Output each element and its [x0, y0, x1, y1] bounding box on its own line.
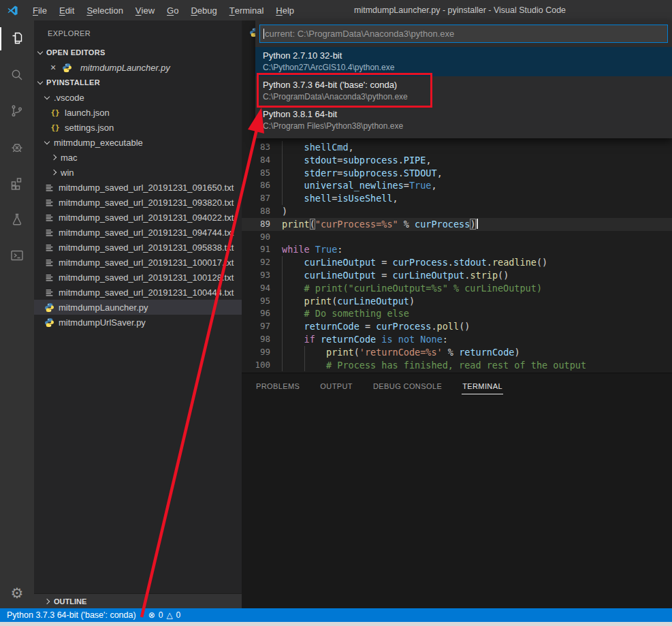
- code-line-87[interactable]: 87 shell=isUseShell,: [242, 192, 672, 205]
- line-number: 86: [242, 179, 270, 192]
- tree-item-mitmdumpurlsaver-py[interactable]: mitmdumpUrlSaver.py: [34, 315, 242, 330]
- sidebar-title: EXPLORER: [34, 20, 242, 45]
- menu-terminal[interactable]: Terminal: [223, 0, 270, 20]
- line-number: 94: [242, 282, 270, 295]
- menu-view[interactable]: View: [129, 0, 161, 20]
- tree-item-label: win: [61, 168, 74, 178]
- menu-go[interactable]: Go: [161, 0, 185, 20]
- tree-item-mitmdump-executable[interactable]: mitmdump_executable: [34, 135, 242, 150]
- tree-item-mitmdump-saved-url-20191231-100444-txt[interactable]: mitmdump_saved_url_20191231_100444.txt: [34, 285, 242, 300]
- tree-item-mitmdump-saved-url-20191231-100128-txt[interactable]: mitmdump_saved_url_20191231_100128.txt: [34, 270, 242, 285]
- tree-item-label: mitmdump_saved_url_20191231_100128.txt: [59, 272, 234, 283]
- txt-file-icon: [44, 213, 54, 222]
- project-section-header[interactable]: PYINSTALLER: [34, 75, 242, 90]
- quick-pick-item[interactable]: Python 3.8.1 64-bitC:\Program Files\Pyth…: [255, 106, 672, 135]
- code-line-86[interactable]: 86 universal_newlines=True,: [242, 179, 672, 192]
- line-number: 97: [242, 320, 270, 333]
- tree-item-mitmdump-saved-url-20191231-100017-txt[interactable]: mitmdump_saved_url_20191231_100017.txt: [34, 255, 242, 270]
- menu-help[interactable]: Help: [270, 0, 300, 20]
- tree-item-mac[interactable]: mac: [34, 150, 242, 165]
- explorer-icon[interactable]: [0, 25, 34, 53]
- panel-tab-problems[interactable]: PROBLEMS: [255, 373, 300, 394]
- panel-tab-terminal[interactable]: TERMINAL: [462, 373, 503, 394]
- tree-item-mitmdump-saved-url-20191231-093820-txt[interactable]: mitmdump_saved_url_20191231_093820.txt: [34, 195, 242, 210]
- tree-item-label: mitmdump_saved_url_20191231_093820.txt: [59, 198, 234, 208]
- indent-guide: [282, 269, 283, 282]
- outline-section-header[interactable]: OUTLINE: [34, 593, 242, 608]
- code-line-97[interactable]: 97 returnCode = curProcess.poll(): [242, 320, 672, 333]
- code-line-91[interactable]: 91while True:: [242, 243, 672, 256]
- code-line-84[interactable]: 84 stdout=subprocess.PIPE,: [242, 154, 672, 167]
- line-number: 83: [242, 141, 270, 154]
- menu-debug[interactable]: Debug: [185, 0, 223, 20]
- code-text: curLineOutput = curLineOutput.strip(): [282, 269, 672, 282]
- tree-item--vscode[interactable]: .vscode: [34, 90, 242, 105]
- chevron-down-icon: [44, 138, 50, 144]
- code-line-83[interactable]: 83 shellCmd,: [242, 141, 672, 154]
- text-caret: [263, 29, 264, 39]
- search-icon[interactable]: [0, 61, 34, 89]
- menu-edit[interactable]: Edit: [53, 0, 80, 20]
- tree-item-mitmdump-saved-url-20191231-095838-txt[interactable]: mitmdump_saved_url_20191231_095838.txt: [34, 240, 242, 255]
- line-number: 93: [242, 269, 270, 282]
- powershell-terminal-icon[interactable]: [0, 241, 34, 270]
- code-line-99[interactable]: 99 print('returnCode=%s' % returnCode): [242, 346, 672, 359]
- code-line-89[interactable]: 89print("curProcess=%s" % curProcess): [242, 218, 672, 231]
- indent-guide: [282, 359, 283, 372]
- open-editors-header[interactable]: OPEN EDITORS: [34, 45, 242, 60]
- tree-item-mitmdump-saved-url-20191231-094022-txt[interactable]: mitmdump_saved_url_20191231_094022.txt: [34, 210, 242, 225]
- interpreter-label: Python 3.8.1 64-bit: [263, 108, 672, 121]
- tree-item-launch-json[interactable]: {}launch.json: [34, 105, 242, 120]
- title-bar: FileEditSelectionViewGoDebugTerminalHelp…: [0, 0, 672, 20]
- menu-file[interactable]: File: [27, 0, 53, 20]
- close-icon[interactable]: ×: [49, 63, 57, 72]
- tree-item-label: mac: [61, 153, 78, 163]
- code-line-85[interactable]: 85 stderr=subprocess.STDOUT,: [242, 167, 672, 180]
- indent-guide: [282, 282, 283, 295]
- chevron-down-icon: [37, 78, 43, 84]
- code-text: if returnCode is not None:: [282, 333, 672, 346]
- json-file-icon: {}: [50, 123, 61, 132]
- code-text: # print("curLineOutput=%s" % curLineOutp…: [282, 282, 672, 295]
- code-text: # Process has finished, read rest of the…: [282, 359, 672, 372]
- indent-guide: [282, 256, 283, 269]
- quick-pick-item[interactable]: Python 2.7.10 32-bitC:\Python27\ArcGIS10…: [255, 47, 672, 76]
- tree-item-win[interactable]: win: [34, 165, 242, 180]
- code-line-94[interactable]: 94 # print("curLineOutput=%s" % curLineO…: [242, 282, 672, 295]
- code-line-92[interactable]: 92 curLineOutput = curProcess.stdout.rea…: [242, 256, 672, 269]
- code-line-93[interactable]: 93 curLineOutput = curLineOutput.strip(): [242, 269, 672, 282]
- code-line-98[interactable]: 98 if returnCode is not None:: [242, 333, 672, 346]
- txt-file-icon: [44, 228, 54, 237]
- quick-pick-input[interactable]: current: C:\ProgramData\Anaconda3\python…: [259, 25, 668, 43]
- code-text: ): [282, 205, 672, 218]
- file-tree: .vscode{}launch.json{}settings.jsonmitmd…: [34, 90, 242, 330]
- text-cursor: [477, 219, 478, 229]
- code-text: shellCmd,: [282, 141, 672, 154]
- indent-guide: [282, 179, 283, 192]
- code-text: while True:: [282, 243, 672, 256]
- tree-item-label: mitmdumpUrlSaver.py: [59, 317, 146, 328]
- menu-selection[interactable]: Selection: [80, 0, 129, 20]
- problems-status[interactable]: ⊗ 0 △ 0: [148, 610, 181, 620]
- panel-tab-debug-console[interactable]: DEBUG CONSOLE: [372, 373, 443, 394]
- tree-item-mitmdump-saved-url-20191231-094744-txt[interactable]: mitmdump_saved_url_20191231_094744.txt: [34, 225, 242, 240]
- settings-gear-icon[interactable]: ⚙: [0, 585, 34, 601]
- panel-tab-output[interactable]: OUTPUT: [319, 373, 353, 394]
- annotation-highlight-box: [257, 73, 432, 108]
- debug-icon[interactable]: [0, 133, 34, 161]
- tree-item-mitmdumplauncher-py[interactable]: mitmdumpLauncher.py: [34, 300, 242, 315]
- open-editor-item[interactable]: × mitmdumpLauncher.py: [34, 60, 242, 75]
- code-line-96[interactable]: 96 # Do something else: [242, 307, 672, 320]
- code-line-88[interactable]: 88): [242, 205, 672, 218]
- tree-item-settings-json[interactable]: {}settings.json: [34, 120, 242, 135]
- code-line-90[interactable]: 90: [242, 231, 672, 244]
- code-editor[interactable]: 83 shellCmd,84 stdout=subprocess.PIPE,85…: [242, 141, 672, 371]
- source-control-icon[interactable]: [0, 97, 34, 125]
- extensions-icon[interactable]: [0, 169, 34, 198]
- interpreter-status[interactable]: Python 3.7.3 64-bit ('base': conda): [7, 610, 136, 620]
- code-line-100[interactable]: 100 # Process has finished, read rest of…: [242, 359, 672, 372]
- tree-item-mitmdump-saved-url-20191231-091650-txt[interactable]: mitmdump_saved_url_20191231_091650.txt: [34, 180, 242, 195]
- tree-item-label: mitmdump_saved_url_20191231_100017.txt: [59, 257, 234, 268]
- test-flask-icon[interactable]: [0, 205, 34, 234]
- code-line-95[interactable]: 95 print(curLineOutput): [242, 295, 672, 308]
